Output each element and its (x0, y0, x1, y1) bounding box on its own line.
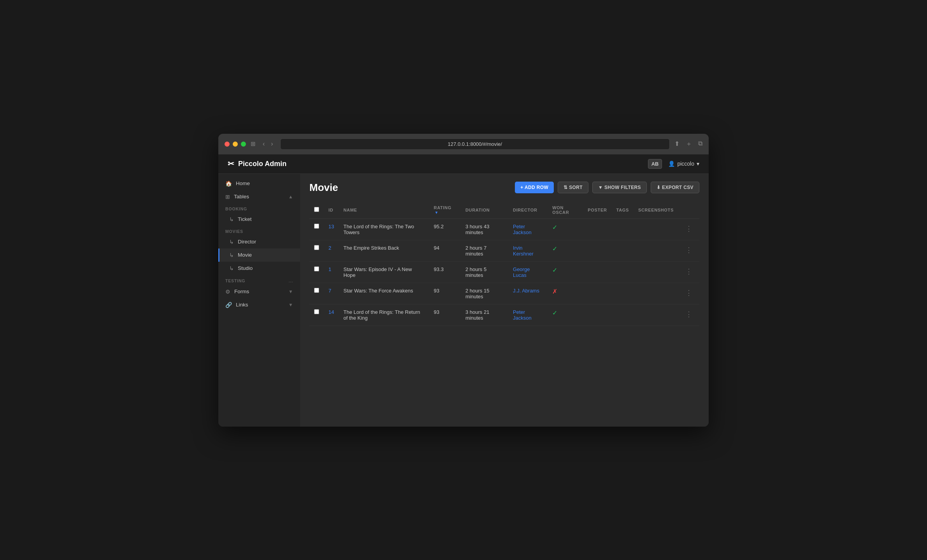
row-poster (583, 219, 611, 240)
sidebar-item-director[interactable]: ↳ Director (218, 235, 300, 248)
row-poster (583, 283, 611, 304)
row-id: 1 (324, 261, 339, 283)
row-rating: 93.3 (429, 261, 461, 283)
row-id-link[interactable]: 2 (328, 245, 331, 251)
table-row: 2 The Empire Strikes Back 94 2 hours 7 m… (309, 240, 699, 261)
table-body: 13 The Lord of the Rings: The Two Towers… (309, 219, 699, 326)
th-won-oscar: WON OSCAR (548, 201, 583, 219)
row-menu-button[interactable]: ⋮ (683, 245, 695, 255)
row-checkbox-cell (309, 283, 324, 304)
ab-badge[interactable]: AB (648, 159, 662, 169)
row-director: Peter Jackson (508, 304, 548, 326)
row-director-link[interactable]: J.J. Abrams (513, 288, 539, 294)
sidebar-tables-label: Tables (234, 194, 249, 200)
show-filters-button[interactable]: ▼ SHOW FILTERS (592, 182, 647, 193)
row-checkbox[interactable] (314, 266, 319, 271)
page-title: Movie (309, 182, 338, 194)
th-screenshots: SCREENSHOTS (634, 201, 678, 219)
back-button[interactable]: ‹ (260, 140, 267, 148)
sidebar-toggle-icon[interactable]: ⊞ (251, 140, 256, 147)
sort-button[interactable]: ⇅ SORT (558, 182, 588, 193)
row-id-link[interactable]: 1 (328, 266, 331, 272)
row-menu-button[interactable]: ⋮ (683, 224, 695, 234)
row-menu-button[interactable]: ⋮ (683, 309, 695, 319)
sidebar-home-label: Home (236, 180, 250, 186)
row-screenshots (634, 304, 678, 326)
row-id-link[interactable]: 7 (328, 288, 331, 294)
row-won-oscar: ✗ (548, 283, 583, 304)
browser-window: ⊞ ‹ › 127.0.0.1:8000/#/movie/ ⬆ ＋ ⧉ ✂ Pi… (218, 134, 709, 427)
row-name: The Empire Strikes Back (339, 240, 429, 261)
row-director-link[interactable]: Peter Jackson (513, 224, 532, 235)
row-director-link[interactable]: Irvin Kershner (513, 245, 534, 257)
user-icon: 👤 (668, 161, 675, 167)
row-id-link[interactable]: 14 (328, 309, 334, 315)
row-checkbox-cell (309, 261, 324, 283)
row-won-oscar: ✓ (548, 261, 583, 283)
sidebar-item-movie[interactable]: ↳ Movie (218, 248, 300, 262)
select-all-checkbox[interactable] (314, 207, 319, 212)
row-duration: 3 hours 21 minutes (461, 304, 508, 326)
maximize-button[interactable] (241, 142, 246, 147)
row-checkbox-cell (309, 219, 324, 240)
chevron-down-icon: ▾ (697, 161, 699, 167)
row-won-oscar: ✓ (548, 240, 583, 261)
forms-collapse-icon[interactable]: ▼ (288, 289, 293, 294)
sidebar-item-tables[interactable]: ⊞ Tables ▲ (218, 190, 300, 203)
th-name: NAME (339, 201, 429, 219)
th-rating[interactable]: RATING ▼ (429, 201, 461, 219)
app-logo: ✂ Piccolo Admin (228, 159, 286, 168)
add-row-button[interactable]: + ADD ROW (515, 182, 554, 193)
sidebar-item-links[interactable]: 🔗 Links ▼ (218, 298, 300, 312)
row-checkbox[interactable] (314, 309, 319, 314)
row-duration: 2 hours 15 minutes (461, 283, 508, 304)
row-checkbox[interactable] (314, 288, 319, 293)
row-checkbox[interactable] (314, 245, 319, 250)
minimize-button[interactable] (233, 142, 238, 147)
row-menu-button[interactable]: ⋮ (683, 288, 695, 298)
row-duration: 3 hours 43 minutes (461, 219, 508, 240)
row-name: The Lord of the Rings: The Two Towers (339, 219, 429, 240)
th-duration: DURATION (461, 201, 508, 219)
row-director-link[interactable]: George Lucas (513, 266, 530, 278)
user-menu[interactable]: 👤 piccolo ▾ (668, 161, 699, 167)
sidebar-item-forms[interactable]: ⚙ Forms ▼ (218, 285, 300, 298)
user-label: piccolo (677, 161, 694, 167)
row-rating: 94 (429, 240, 461, 261)
row-director: Peter Jackson (508, 219, 548, 240)
forms-icon: ⚙ (225, 289, 230, 295)
sidebar-item-studio[interactable]: ↳ Studio (218, 262, 300, 275)
sidebar-item-ticket[interactable]: ↳ Ticket (218, 213, 300, 226)
share-icon[interactable]: ⬆ (674, 140, 679, 148)
booking-section-label: BOOKING (225, 206, 247, 211)
browser-actions: ⬆ ＋ ⧉ (674, 140, 702, 148)
sidebar-item-home[interactable]: 🏠 Home (218, 177, 300, 190)
close-button[interactable] (225, 142, 230, 147)
row-id-link[interactable]: 13 (328, 224, 334, 229)
main-content: Movie + ADD ROW ⇅ SORT ▼ SHOW FILTERS ⬇ … (300, 174, 709, 427)
forward-button[interactable]: › (269, 140, 275, 148)
tables-collapse-icon[interactable]: ▲ (288, 194, 293, 200)
row-actions-cell: ⋮ (678, 283, 699, 304)
new-tab-icon[interactable]: ＋ (686, 140, 692, 148)
row-screenshots (634, 219, 678, 240)
page-header: Movie + ADD ROW ⇅ SORT ▼ SHOW FILTERS ⬇ … (309, 182, 699, 194)
table-row: 1 Star Wars: Episode IV - A New Hope 93.… (309, 261, 699, 283)
row-name: Star Wars: The Force Awakens (339, 283, 429, 304)
row-won-oscar: ✓ (548, 304, 583, 326)
export-csv-button[interactable]: ⬇ EXPORT CSV (651, 182, 699, 193)
sidebar-movie-label: Movie (238, 252, 252, 258)
links-collapse-icon[interactable]: ▼ (288, 302, 293, 308)
studio-indent-icon: ↳ (229, 265, 234, 271)
windows-icon[interactable]: ⧉ (698, 140, 702, 148)
row-checkbox[interactable] (314, 224, 319, 229)
row-director-link[interactable]: Peter Jackson (513, 309, 532, 321)
links-icon: 🔗 (225, 302, 232, 308)
director-indent-icon: ↳ (229, 239, 234, 245)
row-poster (583, 304, 611, 326)
address-bar[interactable]: 127.0.0.1:8000/#/movie/ (280, 138, 670, 150)
row-menu-button[interactable]: ⋮ (683, 266, 695, 276)
row-won-oscar: ✓ (548, 219, 583, 240)
row-name: The Lord of the Rings: The Return of the… (339, 304, 429, 326)
won-oscar-check: ✓ (552, 310, 557, 316)
